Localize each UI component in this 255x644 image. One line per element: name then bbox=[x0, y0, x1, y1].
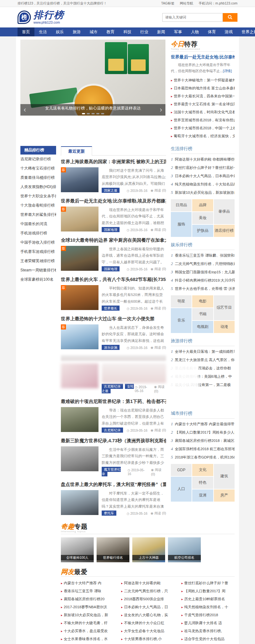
article-thumbnail[interactable]: 荐 bbox=[61, 207, 98, 231]
ranking-list-item[interactable]: 2蕾丝打底衫什么牌子好？蕾丝打底衫十大品牌 bbox=[171, 163, 235, 172]
article-thumbnail[interactable]: 荐 bbox=[61, 285, 98, 310]
tab-recent-updates[interactable]: 最近更新 bbox=[61, 146, 92, 156]
carousel-dot[interactable] bbox=[91, 113, 95, 114]
boutique-item[interactable]: 中国手游收入排行榜 bbox=[20, 238, 56, 247]
carousel-dot[interactable] bbox=[96, 113, 99, 114]
tag-cell[interactable]: 动漫 bbox=[214, 321, 235, 333]
boutique-item[interactable]: 质量最佳马桶排行榜 bbox=[20, 173, 56, 182]
topic-card[interactable]: 航空公司排名 bbox=[168, 537, 201, 562]
favorite-link[interactable]: ▸女士水果香味香水排名，水 bbox=[61, 635, 114, 643]
featured-title[interactable]: 世界最后一处无主处女地:比尔泰维 bbox=[171, 54, 235, 60]
sitemap-link[interactable]: 网站导航 bbox=[180, 1, 193, 5]
tag-cell[interactable]: 电影 bbox=[192, 295, 213, 307]
tag-cell[interactable]: 美妆 bbox=[192, 212, 213, 224]
tag-cell[interactable]: 日用品 bbox=[171, 199, 192, 211]
nav-item[interactable]: 军事 bbox=[170, 27, 186, 36]
carousel-next-arrow[interactable]: › bbox=[157, 105, 165, 114]
ranking-list-item[interactable]: 52018年浙江各市GDP排名，杭州13509.2亿元 bbox=[171, 453, 235, 461]
ranking-list-item[interactable]: 4抖音小鲜肉男神排行榜2019:大川/刘宇上榜, bbox=[171, 276, 235, 284]
today-list-item[interactable]: ▸世界十大神秘地方：第一个怀疑是被外星人 bbox=[171, 76, 235, 84]
tag-cell[interactable]: 人口 bbox=[171, 477, 192, 502]
mobile-link[interactable]: 手机访问：m.phb123.com bbox=[199, 1, 237, 5]
favorite-link[interactable]: ▸大学女生必备十大化妆品 bbox=[121, 627, 174, 635]
boutique-item[interactable]: 手机游戏排行榜 bbox=[20, 229, 56, 238]
ranking-list-item[interactable]: 1阿迪达斯十大好看的鞋 你都拥有哪些呢 bbox=[171, 155, 235, 163]
featured-detail-link[interactable]: [详情] bbox=[223, 69, 232, 73]
favorite-link[interactable]: ▸新加坡10大必买化妆品，新 bbox=[61, 611, 114, 619]
tag-cell[interactable]: 综艺节目 bbox=[214, 295, 235, 320]
favorite-link[interactable]: ▸祖马龙热卖香水排行榜, bbox=[181, 627, 235, 635]
today-list-item[interactable]: ▸世界最贵十大宝石排名 第一名全球仅两 bbox=[171, 100, 235, 108]
topic-card[interactable]: 全球最帅100人 bbox=[61, 537, 94, 562]
ranking-list-item[interactable]: 1香港乐坛三皇五帝 谭咏麟、张国荣和张学友 bbox=[171, 251, 235, 260]
ranking-list-item[interactable]: 5世界十大吉他手排名，史蒂维·雷·沃恩拿格莱 bbox=[171, 284, 235, 293]
boutique-item[interactable]: 十大致命毒蛇排行榜 bbox=[20, 201, 56, 210]
boutique-item[interactable]: 世界最大的鲨鱼排行榜 bbox=[20, 210, 56, 219]
nav-item[interactable]: 娱乐 bbox=[51, 27, 68, 36]
article-thumbnail[interactable]: 荐 bbox=[61, 324, 98, 349]
boutique-item[interactable]: 人类发展指数(HDI)排 bbox=[20, 182, 56, 192]
topic-card[interactable]: 世界银行排名 bbox=[97, 537, 129, 562]
article-tag[interactable]: 吉尼斯纪录 bbox=[102, 428, 123, 433]
boutique-item[interactable]: Steam一周销量排行榜 bbox=[20, 266, 56, 275]
today-list-item[interactable]: ▸葡萄牙十大城市排名，经济发展快，文化氛围 bbox=[171, 132, 235, 140]
article-tag[interactable]: 国家之最 bbox=[102, 188, 120, 193]
carousel-prev-arrow[interactable]: ‹ bbox=[21, 105, 29, 114]
favorite-link[interactable]: ▸婴儿润肤露十大排名 适 bbox=[181, 619, 235, 627]
favorite-link[interactable]: ▸襄阳各城区房价排行榜20 bbox=[61, 595, 114, 603]
favorite-link[interactable]: ▸不输大牌的十大睫毛膏，纤 bbox=[61, 619, 114, 627]
site-logo[interactable]: 榜 排行榜 www.phb123.com bbox=[18, 10, 64, 24]
nav-item[interactable]: 旅游 bbox=[68, 27, 85, 36]
article-title[interactable]: 世界上最长的火车，共有八个车头682节车厢(长7353米) bbox=[61, 277, 166, 283]
favorite-link[interactable]: ▸2019深圳洗衣机排行 bbox=[181, 643, 235, 644]
nav-item[interactable]: 科技 bbox=[119, 27, 136, 36]
favorite-link[interactable]: ▸十大斩男香水排行榜,小 bbox=[121, 635, 174, 643]
article-thumbnail[interactable]: 荐 bbox=[61, 167, 98, 192]
tag-cell[interactable]: 品牌 bbox=[192, 199, 213, 211]
tag-cell[interactable]: 书籍 bbox=[192, 308, 213, 320]
nav-item[interactable]: 人物 bbox=[186, 27, 203, 36]
article-title[interactable]: 世界上最恐怖的十大过山车 坐一次大小便失禁 bbox=[61, 316, 166, 322]
boutique-item[interactable]: 世界十大职业女杀手排 bbox=[20, 192, 56, 201]
favorite-link[interactable]: ▸求婚必备的8样物品，求婚 bbox=[61, 643, 114, 644]
favorite-link[interactable]: ▸内蒙古十大特产推荐 内 bbox=[61, 579, 114, 587]
tag-cell[interactable]: 房产 bbox=[214, 489, 235, 502]
ranking-list-item[interactable]: 5新加坡10大必买化妆品，新加坡旅游最值得 bbox=[171, 188, 235, 197]
search-input[interactable] bbox=[162, 13, 223, 22]
nav-item[interactable]: 游戏 bbox=[220, 27, 237, 36]
today-list-item[interactable]: ▸世界宜居城市排名2018，有没有你想去的 bbox=[171, 116, 235, 124]
carousel-dot[interactable] bbox=[82, 113, 85, 114]
today-list-item[interactable]: ▸法国十大城市排名，时尚和文化气息都非常 bbox=[171, 108, 235, 116]
tag-cell[interactable]: 音乐 bbox=[171, 308, 192, 333]
nav-item[interactable]: 世界之最 bbox=[237, 27, 255, 36]
tag-cell[interactable]: 明星 bbox=[171, 295, 192, 307]
tag-cell[interactable]: 护肤品 bbox=[192, 225, 213, 237]
tag-cell[interactable]: 奢侈品 bbox=[214, 199, 235, 224]
favorite-link[interactable]: ▸十大必买香水，盘点最受欢 bbox=[61, 627, 114, 635]
article-thumbnail[interactable]: 荐 bbox=[61, 246, 98, 271]
favorite-link[interactable]: ▸纯天然植物染发剂排名，十 bbox=[181, 603, 235, 611]
favorite-link[interactable]: ▸日本眼霜排行榜前8强，日 bbox=[121, 643, 174, 644]
boutique-item[interactable]: 全球富豪榜前100名 bbox=[20, 275, 56, 284]
article-tag[interactable]: 国家地理 bbox=[102, 227, 120, 232]
ranking-list-item[interactable]: 2【周姓人口数量2017】周姓有多少人口 bbox=[171, 428, 235, 436]
article-tag[interactable]: 游乐设施 bbox=[102, 345, 120, 350]
today-list-item[interactable]: ▸日本最恐怖的地方排名 富士山自杀森林 bbox=[171, 84, 235, 92]
tag-cell[interactable]: 电视剧 bbox=[192, 321, 213, 333]
tag-cell[interactable]: 建筑 bbox=[214, 464, 235, 489]
article-tag[interactable]: 国家地理 bbox=[102, 266, 120, 271]
ranking-list-item[interactable]: 1内蒙古十大特产推荐 内蒙古最值得带的特产 bbox=[171, 420, 235, 428]
favorite-link[interactable]: ▸二次元帅气男生排行榜，只 bbox=[121, 587, 174, 595]
article-title[interactable]: 盘点世界上最大的摩托车，澳大利亚“摩托怪兽”（重14吨） bbox=[61, 481, 166, 488]
favorite-link[interactable]: ▸阿迪达斯十大好看的鞋 bbox=[121, 579, 174, 587]
ranking-list-item[interactable]: 4纯天然植物染发剂排名，十大知名品牌草本染 bbox=[171, 180, 235, 188]
ranking-list-item[interactable]: 2黑龙江十大旅游景点 高人气景区，你去过哪 bbox=[171, 356, 235, 364]
carousel-dot[interactable] bbox=[87, 113, 90, 114]
article-thumbnail[interactable] bbox=[61, 490, 98, 515]
nav-item[interactable]: 生活 bbox=[34, 27, 51, 36]
favorite-link[interactable]: ▸日本必购十大人气商品，日 bbox=[121, 603, 174, 611]
nav-item[interactable]: 城市 bbox=[85, 27, 102, 36]
ranking-list-item[interactable]: 3日本必购十大人气商品，日本商品中最值得购 bbox=[171, 172, 235, 180]
favorite-link[interactable]: ▸2017-2018赛季NBA密尔沃 bbox=[61, 603, 114, 611]
boutique-item[interactable]: 十大稀有宝石排行榜 bbox=[20, 164, 56, 173]
